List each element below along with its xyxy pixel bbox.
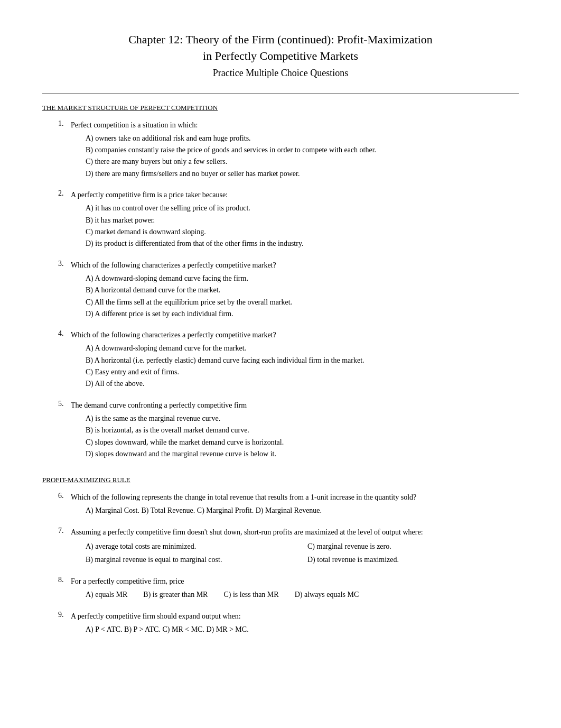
q6-text: Which of the following represents the ch… [71,492,416,503]
q5-answers: A) is the same as the marginal revenue c… [58,413,519,460]
q6-answers: A) Marginal Cost. B) Total Revenue. C) M… [58,505,519,517]
list-item: B) is horizontal, as is the overall mark… [86,425,519,436]
q1-number: 1. [58,119,71,131]
list-item: D) its product is differentiated from th… [86,238,519,250]
list-item: D) slopes downward and the marginal reve… [86,448,519,460]
list-item: D) All of the above. [86,378,519,390]
list-item: C) is less than MR [223,589,278,601]
list-item: B) is greater than MR [143,589,208,601]
list-item: D) total revenue is maximized. [307,553,519,566]
list-item: C) there are many buyers but only a few … [86,156,519,168]
list-item: C) marginal revenue is zero. [307,540,519,553]
page-title: Chapter 12: Theory of the Firm (continue… [42,32,519,64]
q5-number: 5. [58,400,71,411]
q7-number: 7. [58,527,71,538]
q9-answers: A) P < ATC. B) P > ATC. C) MR < MC. D) M… [58,624,519,635]
list-item: A) owners take on additional risk and ea… [86,133,519,144]
section1-questions: 1. Perfect competition is a situation in… [42,119,519,460]
q4-answers: A) A downward-sloping demand curve for t… [58,343,519,390]
question-7: 7. Assuming a perfectly competitive firm… [58,527,519,566]
list-item: B) marginal revenue is equal to marginal… [86,553,297,566]
q1-text: Perfect competition is a situation in wh… [71,119,198,131]
list-item: C) market demand is downward sloping. [86,226,519,238]
list-item: A) is the same as the marginal revenue c… [86,413,519,425]
list-item: D) A different price is set by each indi… [86,308,519,320]
question-9: 9. A perfectly competitive firm should e… [58,611,519,635]
question-3: 3. Which of the following characterizes … [58,260,519,320]
q7-text: Assuming a perfectly competitive firm do… [71,527,423,538]
q8-number: 8. [58,576,71,587]
question-2: 2. A perfectly competitive firm is a pri… [58,189,519,250]
q2-answers: A) it has no control over the selling pr… [58,202,519,250]
q1-answers: A) owners take on additional risk and ea… [58,133,519,180]
q9-number: 9. [58,611,71,622]
list-item: B) companies constantly raise the price … [86,144,519,156]
q3-number: 3. [58,260,71,271]
q5-text: The demand curve confronting a perfectly… [71,400,247,411]
q4-number: 4. [58,329,71,340]
question-5: 5. The demand curve confronting a perfec… [58,400,519,460]
list-item: D) there are many firms/sellers and no b… [86,168,519,180]
list-item: C) All the firms sell at the equilibrium… [86,297,519,308]
q4-text: Which of the following characterizes a p… [71,329,276,340]
list-item: D) always equals MC [295,589,359,601]
divider-top [42,94,519,94]
q2-number: 2. [58,189,71,200]
list-item: B) A horizontal demand curve for the mar… [86,284,519,296]
q3-answers: A) A downward-sloping demand curve facin… [58,273,519,320]
list-item: C) Easy entry and exit of firms. [86,366,519,378]
list-item: B) it has market power. [86,215,519,226]
section2-header: PROFIT-MAXIMIZING RULE [42,476,519,484]
question-1: 1. Perfect competition is a situation in… [58,119,519,180]
list-item: A) average total costs are minimized. [86,540,297,553]
question-6: 6. Which of the following represents the… [58,492,519,517]
q8-answers: A) equals MR B) is greater than MR C) is… [58,589,519,601]
q6-number: 6. [58,492,71,503]
section1-header: THE MARKET STRUCTURE OF PERFECT COMPETIT… [42,104,519,112]
list-item: C) slopes downward, while the market dem… [86,437,519,448]
q3-text: Which of the following characterizes a p… [71,260,276,271]
list-item: A) equals MR [86,589,127,601]
q8-text: For a perfectly competitive firm, price [71,576,184,587]
list-item: A) A downward-sloping demand curve for t… [86,343,519,354]
page-subtitle: Practice Multiple Choice Questions [42,68,519,79]
list-item: A) A downward-sloping demand curve facin… [86,273,519,284]
q2-text: A perfectly competitive firm is a price … [71,189,228,200]
section2-questions: 6. Which of the following represents the… [42,492,519,635]
list-item: B) A horizontal (i.e. perfectly elastic)… [86,355,519,366]
q7-answers: A) average total costs are minimized. C)… [58,540,519,566]
question-8: 8. For a perfectly competitive firm, pri… [58,576,519,601]
q9-text: A perfectly competitive firm should expa… [71,611,241,622]
question-4: 4. Which of the following characterizes … [58,329,519,390]
list-item: A) it has no control over the selling pr… [86,202,519,214]
